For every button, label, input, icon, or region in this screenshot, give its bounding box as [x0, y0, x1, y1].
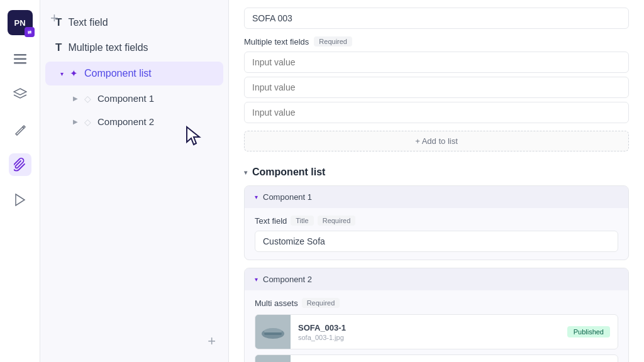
multi-input-3[interactable] — [244, 102, 629, 123]
section-label-text: Multiple text fields — [244, 37, 309, 47]
asset-thumb-2 — [255, 355, 291, 362]
plus-bottom-right-icon[interactable]: + — [208, 333, 216, 349]
title-badge: Title — [291, 216, 313, 226]
tree-item-multiple-text-fields[interactable]: T Multiple text fields — [40, 35, 228, 60]
component-2-label: Component 2 — [263, 275, 312, 284]
published-badge-1: Published — [567, 326, 610, 337]
edit-icon[interactable] — [9, 118, 31, 141]
expand-arrow-icon: ▶ — [73, 95, 78, 102]
svg-text:⇄: ⇄ — [28, 30, 31, 35]
svg-rect-2 — [14, 54, 26, 56]
cursor-indicator — [186, 126, 203, 150]
asset-row-1[interactable]: SOFA_003-1 sofa_003-1.jpg Published — [255, 314, 618, 349]
tree-item-label: Text field — [68, 17, 108, 28]
component-2-header[interactable]: ▾ Component 2 — [245, 268, 628, 290]
text-field-label-row: Text field Title Required — [255, 216, 618, 226]
component-list-icon: ✦ — [70, 68, 78, 79]
chevron-down-icon: ▾ — [60, 70, 64, 77]
svg-marker-5 — [14, 89, 26, 95]
svg-marker-6 — [16, 194, 25, 206]
component-2-card: ▾ Component 2 Multi assets Required — [244, 268, 629, 362]
component-1-card: ▾ Component 1 Text field Title Required — [244, 185, 629, 260]
component-1-label: Component 1 — [263, 192, 312, 202]
multi-input-2[interactable] — [244, 77, 629, 98]
multiple-text-fields-section: Multiple text fields Required + Add to l… — [229, 29, 644, 151]
attachment-icon[interactable] — [9, 153, 31, 176]
avatar[interactable]: PN ⇄ — [8, 10, 33, 35]
sidebar: PN ⇄ — [0, 0, 40, 362]
tree-item-component-list[interactable]: ▾ ✦ Component list — [45, 62, 223, 85]
diamond-icon: ◇ — [84, 94, 91, 104]
add-to-list-button[interactable]: + Add to list — [244, 131, 629, 151]
asset-info-1: SOFA_003-1 sofa_003-1.jpg — [291, 318, 567, 346]
plus-top-left-icon[interactable]: + — [50, 10, 58, 26]
multiple-text-fields-label-row: Multiple text fields Required — [229, 29, 644, 47]
svg-marker-7 — [187, 127, 199, 145]
sofa-name-input[interactable] — [244, 8, 629, 29]
main-content: Multiple text fields Required + Add to l… — [229, 0, 644, 362]
layers-icon[interactable] — [9, 83, 31, 106]
component-2-chevron-icon: ▾ — [255, 276, 258, 283]
svg-rect-4 — [14, 62, 26, 64]
text-multi-type-icon: T — [55, 41, 62, 54]
top-value-row — [229, 0, 644, 29]
component-list-section-header[interactable]: ▾ Component list — [229, 156, 644, 185]
multi-assets-label: Multi assets — [255, 299, 298, 308]
tree-item-label: Component 2 — [97, 116, 154, 127]
component-1-header[interactable]: ▾ Component 1 — [245, 186, 628, 208]
svg-rect-3 — [14, 58, 26, 60]
required-badge: Required — [302, 298, 340, 308]
customize-sofa-input[interactable] — [255, 231, 618, 252]
tree-item-label: Component 1 — [97, 93, 154, 104]
asset-row-2[interactable]: SOFA_003-2 sofa_003-2.jpg Published — [255, 354, 618, 362]
text-field-label: Text field — [255, 216, 287, 226]
asset-filename-1: sofa_003-1.jpg — [298, 334, 560, 341]
tree-item-label: Component list — [84, 68, 152, 79]
svg-rect-11 — [264, 332, 282, 335]
menu-icon[interactable] — [9, 48, 31, 70]
component-1-body: Text field Title Required — [245, 208, 628, 260]
asset-thumb-1 — [255, 315, 291, 349]
component-2-body: Multi assets Required SOFA_003-1 sofa_00… — [245, 290, 628, 362]
required-badge: Required — [314, 36, 352, 47]
tree-item-component-1[interactable]: ▶ ◇ Component 1 — [40, 87, 228, 110]
multi-inputs-list — [229, 52, 644, 128]
component-1-chevron-icon: ▾ — [255, 194, 258, 200]
multi-input-1[interactable] — [244, 52, 629, 73]
expand-arrow-icon: ▶ — [73, 118, 78, 125]
asset-name-1: SOFA_003-1 — [298, 323, 560, 332]
tree-panel: + T Text field T Multiple text fields ▾ … — [40, 0, 229, 362]
svg-rect-12 — [255, 355, 291, 362]
asset-field-label-row: Multi assets Required — [255, 298, 618, 308]
tree-item-text-field[interactable]: T Text field — [40, 10, 228, 35]
diamond-icon: ◇ — [84, 117, 91, 127]
avatar-initials: PN — [14, 18, 25, 28]
component-list-chevron-icon: ▾ — [244, 169, 247, 176]
play-icon[interactable] — [9, 189, 31, 211]
required-badge: Required — [318, 216, 356, 226]
component-list-title: Component list — [252, 167, 325, 178]
asset-info-2: SOFA_003-2 sofa_003-2.jpg — [291, 358, 567, 363]
avatar-badge: ⇄ — [25, 27, 35, 37]
tree-item-label: Multiple text fields — [68, 42, 148, 53]
